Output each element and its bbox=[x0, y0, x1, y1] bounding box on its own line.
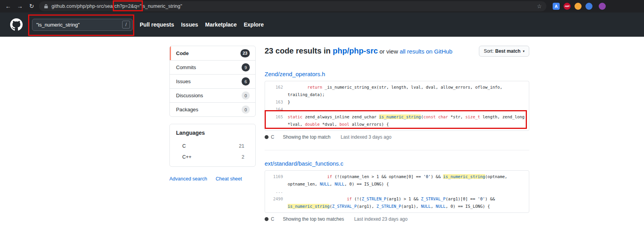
last-indexed: Last indexed 3 days ago bbox=[341, 134, 391, 140]
code-line: 2490 if (!(Z_STRLEN_P(arg1) > 1 && Z_STR… bbox=[265, 195, 529, 203]
github-header: "is_numeric_string" / Pull requests Issu… bbox=[0, 12, 644, 37]
profile-avatar[interactable] bbox=[599, 3, 606, 10]
language-color-dot-icon bbox=[265, 135, 269, 139]
code-text: if (!(optname_len > 1 && optname[0] == '… bbox=[283, 173, 529, 180]
language-count: 21 bbox=[239, 143, 244, 149]
code-text: } bbox=[283, 98, 529, 106]
nav-issues[interactable]: Issues bbox=[181, 21, 198, 28]
code-line: *lval, double *dval, bool allow_errors) … bbox=[265, 121, 529, 128]
language-color-dot-icon bbox=[265, 217, 269, 221]
search-filters-sidebar: Code 23 Commits 9 Issues 6 Discussions 0… bbox=[169, 46, 256, 182]
line-number: 165 bbox=[265, 113, 283, 121]
nav-marketplace[interactable]: Marketplace bbox=[205, 21, 237, 28]
filter-packages[interactable]: Packages 0 bbox=[170, 102, 255, 116]
back-button[interactable]: ← bbox=[4, 2, 12, 11]
result-type-menu: Code 23 Commits 9 Issues 6 Discussions 0… bbox=[169, 46, 256, 117]
bookmark-star-icon[interactable]: ☆ bbox=[537, 3, 542, 9]
address-bar[interactable]: github.com/php/php-src/search?p=2&q="is_… bbox=[39, 1, 546, 11]
code-line: 164 bbox=[265, 106, 529, 113]
code-snippet: 162 return _is_numeric_string_ex(str, le… bbox=[265, 81, 529, 131]
github-nav: Pull requests Issues Marketplace Explore bbox=[140, 21, 264, 28]
code-text: static zend_always_inline zend_uchar is_… bbox=[283, 113, 529, 121]
adblock-extension-icon[interactable]: ABP bbox=[564, 3, 571, 10]
sort-label: Sort: bbox=[484, 48, 493, 54]
line-number: 164 bbox=[265, 106, 283, 113]
code-text: *lval, double *dval, bool allow_errors) … bbox=[283, 121, 529, 128]
language-label: C bbox=[182, 143, 186, 149]
result-meta: C Showing the top two matches Last index… bbox=[265, 216, 529, 222]
filter-commits[interactable]: Commits 9 bbox=[170, 60, 255, 74]
filter-label: Code bbox=[176, 50, 189, 56]
github-search-value[interactable]: "is_numeric_string" bbox=[36, 22, 122, 28]
sidebar-links: Advanced search Cheat sheet bbox=[169, 176, 256, 182]
advanced-search-link[interactable]: Advanced search bbox=[169, 176, 207, 182]
language-filter-c[interactable]: C 21 bbox=[170, 141, 255, 152]
or-view-text: or view bbox=[378, 48, 400, 55]
code-line: is_numeric_string(Z_STRVAL_P(arg1), Z_ST… bbox=[265, 203, 529, 210]
code-line: 162 return _is_numeric_string_ex(str, le… bbox=[265, 84, 529, 91]
line-number: ... bbox=[265, 188, 283, 195]
github-logo-icon[interactable] bbox=[10, 18, 23, 31]
filter-label: Discussions bbox=[176, 93, 203, 98]
last-indexed: Last indexed 23 days ago bbox=[354, 216, 407, 222]
filter-issues[interactable]: Issues 6 bbox=[170, 74, 255, 88]
code-text: trailing_data); bbox=[283, 91, 529, 98]
url-text[interactable]: github.com/php/php-src/search?p=2&q="is_… bbox=[52, 4, 534, 9]
filter-code[interactable]: Code 23 bbox=[170, 46, 255, 60]
filter-count-badge: 0 bbox=[242, 91, 250, 100]
translate-extension-icon[interactable]: A bbox=[553, 3, 560, 10]
sort-dropdown[interactable]: Sort: Best match ▾ bbox=[479, 46, 529, 57]
line-number bbox=[265, 121, 283, 128]
filter-count-badge: 9 bbox=[242, 63, 250, 71]
cheat-sheet-link[interactable]: Cheat sheet bbox=[216, 176, 242, 182]
github-search-input[interactable]: "is_numeric_string" / bbox=[32, 19, 133, 31]
line-number bbox=[265, 180, 283, 188]
filter-label: Issues bbox=[176, 79, 191, 84]
extensions-area: A ABP bbox=[553, 3, 606, 10]
result-file-link[interactable]: ext/standard/basic_functions.c bbox=[265, 160, 343, 167]
repo-link[interactable]: php/php-src bbox=[333, 46, 378, 55]
code-line: optname_len, NULL, NULL, 0) == IS_LONG) … bbox=[265, 180, 529, 188]
match-note: Showing the top two matches bbox=[283, 216, 344, 222]
line-number bbox=[265, 203, 283, 210]
languages-title: Languages bbox=[170, 130, 255, 141]
all-results-link[interactable]: all results on GitHub bbox=[400, 48, 452, 55]
nav-explore[interactable]: Explore bbox=[244, 21, 263, 28]
filter-label: Packages bbox=[176, 107, 198, 112]
result-meta: C Showing the top match Last indexed 3 d… bbox=[265, 134, 529, 140]
result-file-link[interactable]: Zend/zend_operators.h bbox=[265, 71, 325, 77]
language-label: C++ bbox=[182, 154, 192, 160]
results-count-text: 23 code results in bbox=[265, 46, 333, 55]
languages-panel: Languages C 21 C++ 2 bbox=[169, 124, 256, 167]
code-text: return _is_numeric_string_ex(str, length… bbox=[283, 84, 529, 91]
code-text bbox=[283, 106, 529, 113]
result-item: Zend/zend_operators.h 162 return _is_num… bbox=[265, 71, 529, 140]
forward-button[interactable]: → bbox=[16, 2, 24, 11]
code-text: optname_len, NULL, NULL, 0) == IS_LONG) … bbox=[283, 180, 529, 188]
language-filter-cpp[interactable]: C++ 2 bbox=[170, 152, 255, 162]
filter-count-badge: 23 bbox=[240, 49, 250, 57]
slash-shortcut-hint: / bbox=[122, 21, 130, 29]
code-line: trailing_data); bbox=[265, 91, 529, 98]
browser-toolbar: ← → ↻ github.com/php/php-src/search?p=2&… bbox=[0, 0, 644, 12]
line-number bbox=[265, 91, 283, 98]
filter-discussions[interactable]: Discussions 0 bbox=[170, 88, 255, 102]
filter-label: Commits bbox=[176, 64, 196, 70]
filter-count-badge: 0 bbox=[242, 105, 250, 114]
code-text: if (!(Z_STRLEN_P(arg1) > 1 && Z_STRVAL_P… bbox=[283, 195, 529, 203]
language-name: C bbox=[271, 134, 274, 140]
language-name: C bbox=[271, 216, 274, 222]
code-text: is_numeric_string(Z_STRVAL_P(arg1), Z_ST… bbox=[283, 203, 529, 210]
nav-pull-requests[interactable]: Pull requests bbox=[140, 21, 174, 28]
code-snippet: 1169 if (!(optname_len > 1 && optname[0]… bbox=[265, 170, 529, 213]
result-item: ext/standard/basic_functions.c 1169 if (… bbox=[265, 160, 529, 222]
code-line: ... bbox=[265, 188, 529, 195]
chevron-down-icon: ▾ bbox=[523, 49, 525, 53]
language-count: 2 bbox=[242, 154, 244, 160]
extension-icon-blue[interactable] bbox=[585, 3, 592, 10]
results-title: 23 code results in php/php-src or view a… bbox=[265, 46, 479, 57]
reload-button[interactable]: ↻ bbox=[27, 2, 36, 11]
extension-icon-orange[interactable] bbox=[575, 3, 582, 10]
code-text bbox=[283, 188, 529, 195]
code-line: 1169 if (!(optname_len > 1 && optname[0]… bbox=[265, 173, 529, 180]
